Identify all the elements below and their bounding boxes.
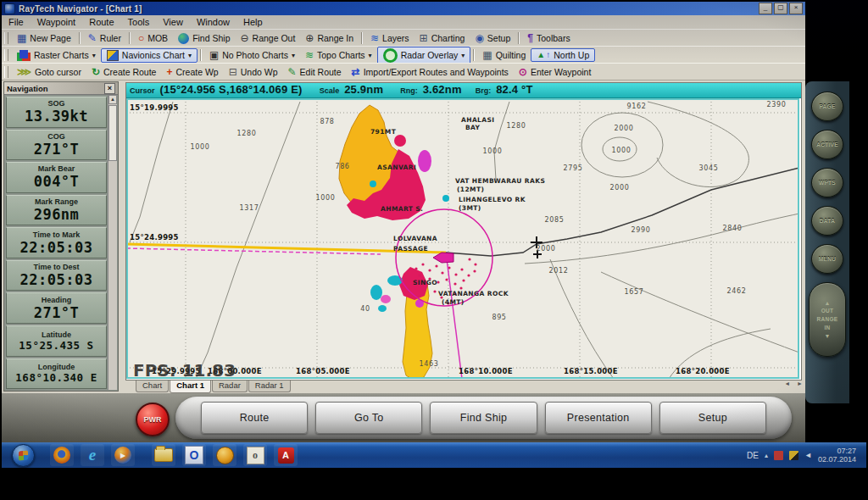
data-cell-sog[interactable]: SOG13.39kt (6, 97, 107, 128)
tray-shield-icon[interactable] (789, 451, 798, 460)
menu-item-waypoint[interactable]: Waypoint (31, 17, 82, 27)
language-indicator[interactable]: DE (747, 451, 759, 460)
active-hard-button[interactable]: ACTIVE (811, 130, 843, 159)
toolbar-grip[interactable] (4, 32, 8, 44)
goto-button[interactable]: Go To (315, 402, 422, 434)
layers-button[interactable]: ≋Layers (365, 32, 415, 44)
range-out-button[interactable]: ⊖Range Out (235, 32, 300, 44)
data-cell-cog[interactable]: COG271°T (6, 130, 107, 161)
edit-route-button[interactable]: ✎Edit Route (283, 66, 347, 78)
blue-o-app-taskbar-button[interactable]: O (182, 444, 206, 466)
new-page-button[interactable]: ▦New Page (12, 32, 76, 44)
tray-expand-icon[interactable]: ▴ (765, 452, 768, 459)
toolbar-grip[interactable] (4, 49, 8, 61)
navionics-chart-button[interactable]: Navionics Chart▾ (101, 48, 198, 63)
navigation-panel-header[interactable]: Navigation × (4, 82, 118, 95)
find-ship-console-button[interactable]: Find Ship (430, 402, 537, 434)
ie-taskbar-button[interactable]: e (81, 444, 104, 466)
scrollbar-thumb[interactable] (108, 105, 117, 161)
radar-overlay-button[interactable]: Radar Overlay▾ (377, 47, 471, 64)
charting-button[interactable]: ⊞Charting (415, 32, 470, 44)
chart-canvas[interactable]: 878 1280 1000 786 1317 1000 9162 2390 20… (126, 98, 799, 379)
range-in-button[interactable]: ⊕Range In (300, 32, 359, 44)
power-button[interactable]: PWR (136, 403, 170, 436)
scale-value: 25.9nm (344, 83, 383, 96)
media-player-taskbar-button[interactable]: ▶ (111, 444, 135, 466)
scroll-up-icon[interactable]: ▲ (108, 95, 117, 104)
no-photo-charts-button[interactable]: ▣No Photo Charts▾ (204, 49, 300, 61)
route-button[interactable]: Route (201, 402, 308, 434)
data-cell-time-to-mark[interactable]: Time to Mark22:05:03 (6, 227, 107, 258)
menu-item-window[interactable]: Window (190, 17, 236, 27)
tab-radar-1[interactable]: Radar 1 (248, 381, 291, 392)
menu-item-view[interactable]: View (156, 17, 190, 27)
maximize-button[interactable]: ▢ (774, 3, 787, 14)
data-cell-mark-bear[interactable]: Mark Bear004°T (6, 162, 107, 193)
folder-taskbar-button[interactable] (152, 444, 175, 466)
tab-radar[interactable]: Radar (212, 381, 248, 392)
enter-waypoint-button[interactable]: ⊙Enter Waypoint (514, 66, 596, 78)
office-app-taskbar-button[interactable]: o (243, 444, 267, 466)
tray-flag-icon[interactable] (774, 451, 783, 460)
panel-scrollbar[interactable]: ▲ (108, 95, 117, 390)
bearing-value: 82.4 °T (496, 83, 532, 96)
page-hard-button[interactable]: PAGE (811, 92, 843, 121)
goto-cursor-button[interactable]: ⋙Goto cursor (12, 66, 86, 78)
data-cell-mark-range[interactable]: Mark Range296nm (6, 195, 107, 226)
setup-icon: ◉ (475, 33, 483, 43)
quilting-button[interactable]: ▦Quilting (477, 49, 531, 61)
menu-hard-button[interactable]: MENU (811, 244, 843, 274)
scroll-left-icon: ◄ (784, 381, 793, 386)
minimize-button[interactable]: _ (759, 3, 772, 14)
svg-text:2795: 2795 (564, 164, 583, 172)
data-cell-heading[interactable]: Heading271°T (6, 292, 107, 324)
raster-charts-button[interactable]: Raster Charts▾ (12, 49, 101, 61)
tab-chart[interactable]: Chart (136, 381, 169, 392)
firefox-taskbar-button[interactable] (50, 444, 74, 466)
toolbars-button[interactable]: ¶Toolbars (522, 32, 575, 44)
tab-chart-1[interactable]: Chart 1 (170, 381, 211, 393)
create-route-button[interactable]: ↻Create Route (86, 66, 162, 78)
taskbar-clock[interactable]: 07:27 02.07.2014 (818, 447, 860, 464)
svg-text:LOLVAVANA: LOLVAVANA (393, 235, 437, 242)
presentation-button[interactable]: Presentation (545, 402, 652, 434)
svg-text:1280: 1280 (507, 122, 526, 130)
data-hard-button[interactable]: DATA (811, 206, 843, 236)
svg-text:LIHANGELEVO RK: LIHANGELEVO RK (459, 196, 526, 203)
wpts-hard-button[interactable]: WPTS (811, 168, 843, 197)
monitor-photo: RayTech Navigator - [Chart 1] _ ▢ × File… (0, 0, 868, 500)
data-cell-time-to-dest[interactable]: Time to Dest22:05:03 (6, 260, 107, 292)
data-cell-latitude[interactable]: Latitude15°25.435 S (6, 325, 107, 357)
ruler-button[interactable]: ✎Ruler (83, 32, 126, 44)
orange-app-taskbar-button[interactable] (213, 444, 236, 466)
menu-item-route[interactable]: Route (82, 17, 120, 27)
svg-text:2000: 2000 (615, 125, 634, 132)
svg-text:786: 786 (335, 163, 349, 170)
import-export-button[interactable]: ⇄Import/Export Routes and Waypoints (347, 66, 514, 78)
navionics-chart-icon (107, 50, 119, 61)
start-button[interactable] (12, 444, 35, 467)
create-wp-button[interactable]: +Create Wp (161, 66, 223, 78)
mob-button[interactable]: ○MOB (133, 32, 173, 44)
close-button[interactable]: × (789, 3, 803, 14)
undo-wp-button[interactable]: ⊟Undo Wp (224, 66, 283, 78)
svg-text:1000: 1000 (316, 194, 336, 202)
chart-window: Cursor (15°24.956 S,168°14.069 E) Scale … (125, 82, 802, 381)
adobe-taskbar-button[interactable]: A (274, 444, 298, 466)
setup-button[interactable]: ◉Setup (470, 32, 515, 44)
menu-item-tools[interactable]: Tools (121, 17, 157, 27)
range-rocker-button[interactable]: ▲ OUT RANGE IN ▼ (809, 282, 846, 357)
toolbar-grip[interactable] (4, 66, 8, 78)
north-up-button[interactable]: ▲↑North Up (531, 48, 595, 62)
speaker-icon[interactable]: ◄ (804, 451, 812, 459)
import-export-icon: ⇄ (352, 67, 360, 77)
setup-console-button[interactable]: Setup (659, 402, 766, 434)
scroll-right-icon: ► (797, 381, 805, 386)
find-ship-button[interactable]: Find Ship (173, 32, 235, 45)
menu-item-file[interactable]: File (2, 17, 31, 27)
panel-close-icon[interactable]: × (104, 83, 115, 94)
topo-charts-button[interactable]: ≋Topo Charts▾ (300, 49, 377, 61)
menu-item-help[interactable]: Help (236, 17, 270, 27)
svg-text:168°05.000E: 168°05.000E (296, 367, 350, 375)
data-cell-longitude[interactable]: Longitude168°10.340 E (6, 358, 107, 390)
